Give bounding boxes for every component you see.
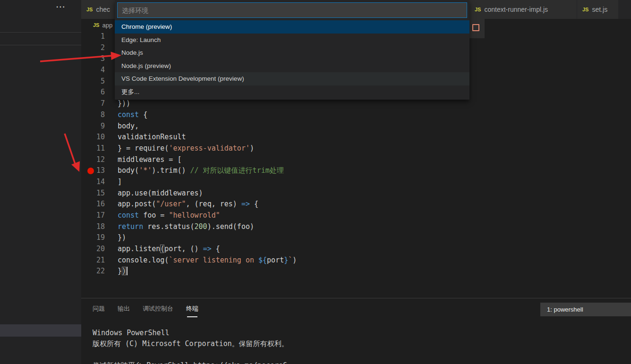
code-line[interactable]: 17const foo = "hellowrold"	[81, 210, 631, 221]
terminal-line: Windows PowerShell	[93, 328, 622, 339]
terminal-line: 尝试新的跨平台 PowerShell https://aka.ms/pscore…	[93, 360, 622, 364]
code-line[interactable]: 13body('*').trim() // 对所以键值进行trim处理	[81, 165, 631, 177]
line-number: 16	[81, 199, 105, 210]
code-text: const foo = "hellowrold"	[118, 210, 220, 221]
line-number: 12	[81, 154, 105, 166]
js-file-icon: JS	[86, 7, 93, 12]
panel-tab-输出[interactable]: 输出	[118, 305, 130, 313]
code-line[interactable]: 21console.log(`server listening on ${por…	[81, 255, 631, 266]
code-line[interactable]: 18return res.status(200).send(foo)	[81, 221, 631, 233]
quickpick-item[interactable]: Node.js (preview)	[115, 59, 469, 73]
js-file-icon: JS	[475, 7, 481, 12]
code-text: app.post("/user", (req, res) => {	[118, 199, 258, 210]
code-line[interactable]: 7}))	[81, 98, 631, 110]
quickpick-item[interactable]: Node.js	[115, 46, 469, 59]
js-file-icon: JS	[93, 22, 99, 28]
quickpick-list: Chrome (preview)Edge: LaunchNode.jsNode.…	[115, 20, 469, 98]
panel-tab-调试控制台[interactable]: 调试控制台	[143, 305, 173, 313]
code-text: } = require('express-validator')	[118, 143, 254, 154]
tab-label: chec	[96, 6, 110, 13]
code-line[interactable]: 14]	[81, 177, 631, 188]
code-text: ]	[118, 177, 122, 188]
code-line[interactable]: 10validationResult	[81, 132, 631, 143]
quickpick-item[interactable]: 更多...	[115, 85, 469, 99]
code-line[interactable]: 8const {	[81, 110, 631, 121]
line-number: 18	[81, 221, 105, 233]
sidebar-selected-row[interactable]	[0, 324, 81, 337]
code-text: body,	[118, 121, 139, 132]
sidebar-separator	[0, 45, 81, 45]
line-number: 14	[81, 177, 105, 188]
line-number: 22	[81, 266, 105, 277]
line-number: 3	[81, 53, 105, 65]
code-text: })	[118, 232, 126, 244]
tab-context-runner-impl[interactable]: JS context-runner-impl.js	[469, 0, 577, 19]
code-line[interactable]: 20app.listen(port, () => {	[81, 244, 631, 255]
line-number: 17	[81, 210, 105, 221]
code-line[interactable]: 9body,	[81, 121, 631, 132]
line-number: 5	[81, 76, 105, 87]
line-number: 11	[81, 143, 105, 154]
code-text: body('*').trim() // 对所以键值进行trim处理	[118, 165, 284, 177]
terminal-output[interactable]: Windows PowerShell版权所有 (C) Microsoft Cor…	[93, 328, 622, 364]
line-number: 10	[81, 132, 105, 143]
debug-stop-icon[interactable]	[472, 24, 479, 31]
line-number: 6	[81, 87, 105, 98]
line-number: 7	[81, 98, 105, 110]
code-text: middlewares = [	[118, 154, 181, 166]
tab-label: set.js	[592, 6, 607, 13]
quickpick-item[interactable]: Chrome (preview)	[115, 20, 469, 34]
code-line[interactable]: 15app.use(middlewares)	[81, 188, 631, 199]
quickpick-dropdown: Chrome (preview)Edge: LaunchNode.jsNode.…	[115, 0, 469, 100]
line-number: 20	[81, 244, 105, 255]
debug-toolbar	[469, 19, 485, 38]
quickpick-item[interactable]: Edge: Launch	[115, 34, 469, 47]
code-line[interactable]: 22})	[81, 266, 631, 277]
breadcrumb-file-label: app	[102, 22, 112, 29]
line-number: 21	[81, 255, 105, 266]
code-line[interactable]: 16app.post("/user", (req, res) => {	[81, 199, 631, 210]
text-cursor	[127, 267, 128, 275]
code-text: return res.status(200).send(foo)	[118, 221, 254, 233]
js-file-icon: JS	[582, 7, 588, 12]
tab-label: context-runner-impl.js	[484, 6, 548, 13]
sidebar: ⋯	[0, 0, 81, 364]
panel-tab-终端[interactable]: 终端	[186, 305, 198, 313]
line-number: 2	[81, 42, 105, 54]
line-number: 4	[81, 65, 105, 76]
code-line[interactable]: 12middlewares = [	[81, 154, 631, 166]
line-number: 19	[81, 232, 105, 244]
code-text: const {	[118, 110, 147, 121]
bottom-panel: 问题输出调试控制台终端 1: powershell Windows PowerS…	[81, 298, 631, 364]
code-text: app.use(middlewares)	[118, 188, 203, 199]
line-number: 8	[81, 110, 105, 121]
line-number: 9	[81, 121, 105, 132]
quickpick-input[interactable]	[117, 2, 467, 18]
terminal-line	[93, 349, 622, 360]
code-line[interactable]: 19})	[81, 232, 631, 244]
terminal-line: 版权所有 (C) Microsoft Corporation。保留所有权利。	[93, 339, 622, 349]
code-text: app.listen(port, () => {	[118, 244, 220, 255]
code-text: })	[118, 266, 128, 277]
tab-set[interactable]: JS set.js	[577, 0, 619, 19]
code-text: validationResult	[118, 132, 186, 143]
sidebar-separator	[0, 32, 81, 33]
more-actions-icon[interactable]: ⋯	[56, 1, 66, 12]
panel-tab-问题[interactable]: 问题	[93, 305, 105, 313]
quickpick-item[interactable]: VS Code Extension Development (preview)	[115, 72, 469, 85]
code-text: console.log(`server listening on ${port}…	[118, 255, 297, 266]
panel-tab-bar: 问题输出调试控制台终端	[93, 305, 198, 313]
line-number: 15	[81, 188, 105, 199]
quickpick-input-wrap	[115, 0, 469, 20]
code-line[interactable]: 11} = require('express-validator')	[81, 143, 631, 154]
terminal-selector-dropdown[interactable]: 1: powershell	[540, 303, 631, 316]
line-number: 1	[81, 31, 105, 42]
code-text: }))	[118, 98, 130, 110]
